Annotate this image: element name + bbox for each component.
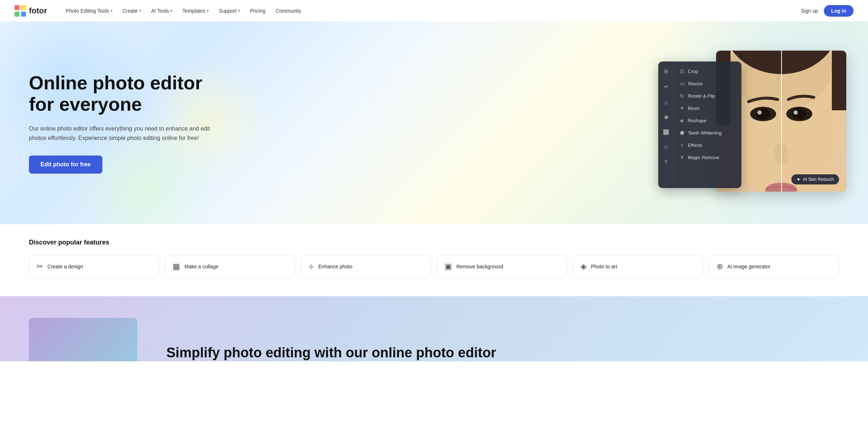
blush-icon: ✦ bbox=[680, 105, 684, 111]
nav-pricing[interactable]: Pricing bbox=[246, 6, 270, 16]
feature-enhance-photo[interactable]: ⟡ Enhance photo bbox=[301, 255, 431, 278]
hero-content: Online photo editor for everyone Our onl… bbox=[0, 29, 868, 217]
feature-create-design[interactable]: ✂ Create a design bbox=[29, 255, 159, 278]
ai-badge-label: AI Skin Retouch bbox=[803, 177, 834, 182]
bottom-image-preview bbox=[29, 318, 137, 361]
feature-ai-image-gen-label: AI image generator bbox=[727, 264, 770, 269]
bottom-title: Simplify photo editing with our online p… bbox=[166, 345, 839, 361]
teeth-icon: ⬟ bbox=[680, 130, 684, 136]
sidebar-adjust-icon[interactable]: ⇌ bbox=[662, 82, 670, 90]
svg-rect-1 bbox=[21, 5, 26, 10]
features-title: Discover popular features bbox=[29, 239, 839, 246]
logo-text: fotor bbox=[29, 6, 47, 16]
menu-item-teeth[interactable]: ⬟ Teeth Whitening bbox=[674, 127, 741, 139]
nav-support[interactable]: Support ▾ bbox=[214, 6, 244, 16]
enhance-photo-icon: ⟡ bbox=[309, 262, 314, 271]
editor-panel: ⊞ ⇌ △ ◉ ⬜ ⚇ T ⊡ Crop ▭ bbox=[658, 61, 741, 188]
navbar: fotor Photo Editing Tools ▾ Create ▾ AI … bbox=[0, 0, 868, 22]
chevron-down-icon: ▾ bbox=[139, 9, 141, 13]
chevron-down-icon: ▾ bbox=[238, 9, 240, 13]
nav-templates[interactable]: Templates ▾ bbox=[178, 6, 213, 16]
feature-make-collage-label: Make a collage bbox=[184, 264, 218, 269]
feature-remove-background[interactable]: ▣ Remove background bbox=[437, 255, 567, 278]
menu-item-blush[interactable]: ✦ Blush bbox=[674, 102, 741, 114]
chevron-down-icon: ▾ bbox=[170, 9, 172, 13]
menu-item-reshape[interactable]: ◈ Reshape bbox=[674, 114, 741, 127]
feature-make-collage[interactable]: ▦ Make a collage bbox=[165, 255, 295, 278]
resize-icon: ▭ bbox=[680, 81, 685, 86]
split-divider bbox=[781, 51, 782, 192]
hero-title: Online photo editor for everyone bbox=[29, 72, 224, 116]
feature-ai-image-generator[interactable]: ⊕ AI image generator bbox=[709, 255, 839, 278]
bottom-text: Simplify photo editing with our online p… bbox=[166, 345, 839, 361]
magic-remove-icon: ✕ bbox=[680, 154, 684, 160]
svg-point-34 bbox=[757, 110, 762, 115]
sidebar-beauty-icon[interactable]: △ bbox=[662, 98, 670, 106]
ai-badge-icon: ✦ bbox=[796, 176, 801, 182]
nav-ai-tools[interactable]: AI Tools ▾ bbox=[147, 6, 177, 16]
logo[interactable]: fotor bbox=[14, 5, 47, 17]
nav-right: Sign up Log in bbox=[801, 5, 854, 17]
hero-description: Our online photo editor offers everythin… bbox=[29, 124, 224, 142]
hero-section: Online photo editor for everyone Our onl… bbox=[0, 22, 868, 224]
crop-icon: ⊡ bbox=[680, 68, 684, 74]
features-grid: ✂ Create a design ▦ Make a collage ⟡ Enh… bbox=[29, 255, 839, 278]
menu-item-magic-remove[interactable]: ✕ Magic Remove bbox=[674, 151, 741, 163]
menu-item-effects[interactable]: ✧ Effects bbox=[674, 139, 741, 151]
feature-enhance-photo-label: Enhance photo bbox=[318, 264, 352, 269]
signup-button[interactable]: Sign up bbox=[801, 8, 818, 14]
make-collage-icon: ▦ bbox=[173, 262, 180, 271]
editor-sidebar: ⊞ ⇌ △ ◉ ⬜ ⚇ T bbox=[658, 61, 674, 188]
svg-rect-3 bbox=[21, 12, 26, 17]
create-design-icon: ✂ bbox=[37, 262, 43, 271]
cta-button[interactable]: Edit photo for free bbox=[29, 156, 102, 174]
bottom-section: Simplify photo editing with our online p… bbox=[0, 296, 868, 361]
nav-photo-editing-tools[interactable]: Photo Editing Tools ▾ bbox=[61, 6, 117, 16]
svg-point-37 bbox=[793, 110, 798, 115]
sidebar-crop-icon[interactable]: ⬜ bbox=[662, 128, 670, 136]
editor-mockup: ⊞ ⇌ △ ◉ ⬜ ⚇ T ⊡ Crop ▭ bbox=[658, 51, 846, 195]
logo-icon bbox=[14, 5, 26, 17]
menu-item-crop[interactable]: ⊡ Crop bbox=[674, 65, 741, 77]
ai-image-gen-icon: ⊕ bbox=[716, 262, 723, 271]
editor-menu: ⊡ Crop ▭ Resize ↻ Rotate & Flip ✦ bbox=[674, 61, 741, 188]
reshape-icon: ◈ bbox=[680, 118, 684, 123]
feature-remove-bg-label: Remove background bbox=[456, 264, 503, 269]
chevron-down-icon: ▾ bbox=[111, 9, 112, 13]
sidebar-text-icon[interactable]: T bbox=[662, 158, 670, 166]
menu-item-rotate[interactable]: ↻ Rotate & Flip bbox=[674, 90, 741, 102]
ai-skin-retouch-badge: ✦ AI Skin Retouch bbox=[791, 174, 839, 184]
sidebar-people-icon[interactable]: ⚇ bbox=[662, 143, 670, 151]
nav-create[interactable]: Create ▾ bbox=[118, 6, 145, 16]
remove-bg-icon: ▣ bbox=[444, 262, 452, 271]
feature-create-design-label: Create a design bbox=[47, 264, 83, 269]
nav-items: Photo Editing Tools ▾ Create ▾ AI Tools … bbox=[61, 6, 801, 16]
nav-community[interactable]: Community bbox=[271, 6, 306, 16]
effects-icon: ✧ bbox=[680, 142, 684, 148]
feature-photo-to-art[interactable]: ◈ Photo to art bbox=[573, 255, 703, 278]
feature-photo-to-art-label: Photo to art bbox=[591, 264, 617, 269]
svg-rect-0 bbox=[14, 5, 20, 10]
rotate-icon: ↻ bbox=[680, 93, 684, 99]
svg-rect-31 bbox=[832, 51, 846, 110]
features-section: Discover popular features ✂ Create a des… bbox=[0, 224, 868, 296]
chevron-down-icon: ▾ bbox=[207, 9, 209, 13]
hero-visual: ⊞ ⇌ △ ◉ ⬜ ⚇ T ⊡ Crop ▭ bbox=[239, 51, 846, 195]
sidebar-eye-icon[interactable]: ◉ bbox=[662, 113, 670, 121]
menu-item-resize[interactable]: ▭ Resize bbox=[674, 77, 741, 90]
photo-to-art-icon: ◈ bbox=[580, 262, 587, 271]
login-button[interactable]: Log in bbox=[824, 5, 854, 17]
hero-text: Online photo editor for everyone Our onl… bbox=[29, 72, 224, 174]
svg-rect-2 bbox=[14, 12, 20, 17]
sidebar-grid-icon[interactable]: ⊞ bbox=[662, 67, 670, 75]
